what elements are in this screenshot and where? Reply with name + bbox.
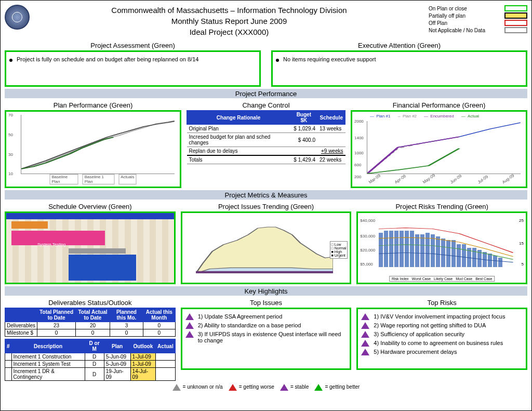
triangle-red-icon bbox=[229, 384, 237, 391]
legend-swatch-grey bbox=[504, 27, 527, 33]
top-risks-title: Top Risks bbox=[356, 299, 527, 307]
financial-chart-legend: — Plan #1 -- Plan #2 — Encumbered — Actu… bbox=[369, 114, 481, 118]
assessment-row: Project Assessment (Green) Project is fu… bbox=[5, 41, 527, 87]
title-line-3: Ideal Project (XXX000) bbox=[34, 26, 424, 37]
top-issues-block: Top Issues 1) Update SSA Agreement perio… bbox=[181, 298, 352, 381]
legend-swatch-yellow bbox=[504, 12, 527, 19]
triangle-icon bbox=[361, 340, 369, 347]
triangle-icon bbox=[361, 349, 369, 355]
issues-trending-chart: □ Low □ Normal ■ High ■ Urgent bbox=[181, 211, 352, 284]
status-report-page: Commonwealth of Massachusetts – Informat… bbox=[0, 0, 532, 411]
financial-performance-chart: — Plan #1 -- Plan #2 — Encumbered — Actu… bbox=[351, 110, 527, 188]
svg-marker-2 bbox=[196, 271, 334, 273]
risks-trending-title: Project Risks Trending (Green) bbox=[356, 203, 527, 210]
highlights-bar: Key Highlights bbox=[5, 286, 527, 296]
triangle-icon bbox=[185, 331, 194, 338]
deliverables-table: Total Planned to DateTotal Actual to Dat… bbox=[5, 308, 176, 337]
outlook-table: #DescriptionD or MPlanOutlookActual Incr… bbox=[5, 339, 176, 381]
plan-performance-title: Plan Performance (Green) bbox=[5, 101, 181, 109]
risks-trending-chart: $40,000$30,000$20,000$5,000 25155 Risk I… bbox=[356, 211, 527, 284]
executive-attention-text: No items requiring executive support bbox=[283, 56, 376, 62]
schedule-overview-title: Schedule Overview (Green) bbox=[5, 203, 176, 210]
issues-legend-box: □ Low □ Normal ■ High ■ Urgent bbox=[330, 241, 348, 259]
legend-label: On Plan or close bbox=[429, 6, 467, 11]
executive-attention-title: Executive Attention (Green) bbox=[271, 42, 527, 49]
triangle-icon bbox=[361, 313, 369, 320]
executive-attention-box: No items requiring executive support bbox=[271, 50, 527, 87]
legend-swatch-red bbox=[504, 20, 527, 26]
triangle-grey-icon bbox=[172, 384, 181, 391]
legend-swatch-green bbox=[504, 5, 527, 11]
triangle-icon bbox=[185, 313, 194, 320]
legend-label: Not Applicable / No Data bbox=[429, 28, 485, 33]
change-control-table: Change RationaleBuget $KSchedule Origina… bbox=[187, 110, 345, 164]
bullet-icon bbox=[9, 59, 12, 62]
triangle-green-icon bbox=[314, 384, 323, 391]
state-seal-icon bbox=[5, 5, 30, 30]
project-assessment-text: Project is fully on schedule and on budg… bbox=[17, 56, 198, 62]
title-line-1: Commonwealth of Massachusetts – Informat… bbox=[34, 5, 424, 16]
triangle-icon bbox=[361, 322, 369, 329]
triangle-icon bbox=[361, 331, 369, 338]
metrics-row: Schedule Overview (Green) System Testing… bbox=[5, 202, 527, 284]
title-line-2: Monthly Status Report June 2009 bbox=[34, 16, 424, 26]
financial-performance-title: Financial Performance (Green) bbox=[351, 101, 527, 109]
deliverables-block: Deliverables Status/Outlook Total Planne… bbox=[5, 298, 176, 381]
project-assessment-title: Project Assessment (Green) bbox=[5, 42, 261, 49]
issues-trending-title: Project Issues Trending (Green) bbox=[181, 203, 352, 210]
top-issues-title: Top Issues bbox=[181, 299, 352, 307]
highlights-row: Deliverables Status/Outlook Total Planne… bbox=[5, 298, 527, 381]
legend-label: Off Plan bbox=[429, 20, 447, 26]
top-risks-block: Top Risks 1) IV&V Vendor involvement imp… bbox=[356, 298, 527, 381]
footer-legend: = unknown or n/a = getting worse = stabl… bbox=[5, 381, 527, 394]
svg-marker-0 bbox=[196, 227, 334, 273]
plan-chart-legend: Baseline PlanBaseline 1 PlanActuals bbox=[50, 174, 137, 184]
project-performance-bar: Project Performance bbox=[5, 89, 527, 98]
triangle-icon bbox=[185, 322, 194, 329]
performance-row: Plan Performance (Green) 70503010 Baseli… bbox=[5, 100, 527, 188]
triangle-purple-icon bbox=[280, 384, 288, 391]
risks-legend-box: Risk IndexWorst CaseLikely CaseMod CaseB… bbox=[389, 276, 495, 282]
legend-label: Partially off plan bbox=[429, 13, 466, 19]
project-assessment-box: Project is fully on schedule and on budg… bbox=[5, 50, 261, 87]
status-legend: On Plan or close Partially off plan Off … bbox=[429, 5, 527, 34]
bullet-icon bbox=[276, 59, 279, 62]
plan-performance-chart: 70503010 Baseline PlanBaseline 1 PlanAct… bbox=[5, 110, 181, 188]
schedule-gantt-chart: System Testing bbox=[5, 211, 176, 284]
title-block: Commonwealth of Massachusetts – Informat… bbox=[34, 5, 424, 37]
change-control-title: Change Control bbox=[187, 101, 345, 109]
deliverables-title: Deliverables Status/Outlook bbox=[5, 299, 176, 307]
metrics-bar: Project Metrics & Measures bbox=[5, 190, 527, 200]
header: Commonwealth of Massachusetts – Informat… bbox=[5, 5, 527, 37]
